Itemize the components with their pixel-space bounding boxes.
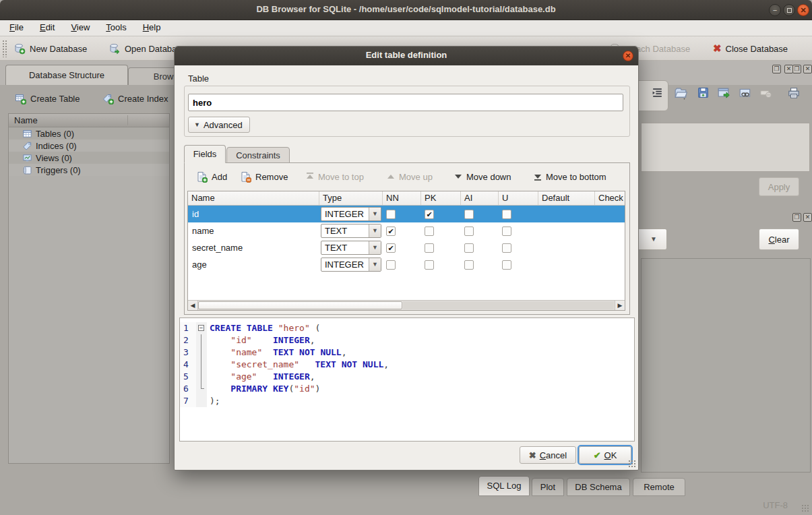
log-close-icon[interactable]: ✕ [803, 213, 812, 222]
cell-editor-area[interactable] [641, 123, 810, 172]
menu-view[interactable]: View [64, 20, 96, 34]
nn-checkbox[interactable] [386, 260, 396, 270]
move-to-top-button[interactable]: Move to top [303, 168, 367, 185]
scroll-right-icon[interactable]: ▶ [615, 301, 625, 310]
type-combobox[interactable]: TEXT▼ [321, 224, 381, 238]
check-cell[interactable] [595, 256, 625, 273]
default-cell[interactable] [538, 256, 595, 273]
type-combobox[interactable]: TEXT▼ [321, 241, 381, 255]
tab-sql-log[interactable]: SQL Log [478, 476, 530, 496]
column-header-pk[interactable]: PK [421, 191, 461, 205]
create-table-button[interactable]: Create Table [11, 89, 84, 108]
save-file-icon[interactable] [697, 86, 710, 99]
field-name-cell[interactable]: age [188, 256, 319, 273]
field-name-cell[interactable]: id [188, 206, 319, 222]
column-header-default[interactable]: Default [538, 191, 595, 205]
u-checkbox[interactable] [502, 243, 511, 253]
print-icon[interactable] [787, 86, 801, 100]
column-header-type[interactable]: Type [319, 191, 383, 205]
default-cell[interactable] [538, 222, 595, 239]
field-row-id[interactable]: idINTEGER▼✔ [188, 206, 625, 222]
close-database-button[interactable]: ✖Close Database [709, 40, 792, 57]
new-database-button[interactable]: New Database [9, 40, 91, 57]
tree-header-name[interactable]: Name [9, 114, 169, 127]
tab-plot[interactable]: Plot [532, 478, 564, 496]
check-cell[interactable] [595, 206, 625, 222]
tree-item-tables[interactable]: Tables (0) [9, 127, 169, 140]
tree-item-triggers[interactable]: Triggers (0) [9, 164, 169, 176]
resize-grip[interactable] [801, 504, 810, 513]
minimize-button[interactable]: − [769, 4, 781, 16]
dock-restore-icon[interactable]: ❐ [772, 65, 781, 73]
advanced-button[interactable]: ▼ Advanced [188, 117, 250, 133]
move-down-button[interactable]: Move down [451, 168, 514, 185]
u-checkbox[interactable] [502, 210, 511, 219]
apply-button[interactable]: Apply [759, 177, 799, 196]
column-header-check[interactable]: Check [595, 191, 625, 205]
default-cell[interactable] [538, 206, 595, 222]
fold-marker-icon[interactable]: − [198, 325, 204, 331]
dialog-tab-constraints[interactable]: Constraints [226, 147, 290, 163]
tab-database-structure[interactable]: Database Structure [5, 65, 128, 85]
ai-checkbox[interactable] [464, 226, 474, 236]
column-header-ai[interactable]: AI [461, 191, 499, 205]
move-to-bottom-button[interactable]: Move to bottom [530, 168, 610, 185]
nn-checkbox[interactable] [386, 210, 396, 219]
column-header-nn[interactable]: NN [383, 191, 421, 205]
column-header-u[interactable]: U [499, 191, 538, 205]
execute-icon[interactable] [717, 86, 730, 100]
check-cell[interactable] [595, 239, 625, 256]
cancel-button[interactable]: ✖ Cancel [520, 446, 576, 464]
dialog-close-button[interactable]: ✕ [623, 51, 633, 61]
ai-checkbox[interactable] [464, 243, 474, 253]
dock-float-icon[interactable]: ❐ [792, 65, 801, 73]
check-cell[interactable] [595, 222, 625, 239]
nn-checkbox[interactable]: ✔ [386, 226, 396, 236]
schema-tree[interactable]: Name Tables (0)Indices (0)Views (0)Trigg… [8, 113, 170, 464]
scroll-left-icon[interactable]: ◀ [188, 301, 198, 310]
field-name-cell[interactable]: name [188, 222, 319, 239]
table-name-input[interactable] [188, 94, 623, 111]
dialog-resize-grip[interactable] [628, 460, 637, 468]
field-row-age[interactable]: ageINTEGER▼ [188, 256, 625, 273]
dialog-tab-fields[interactable]: Fields [184, 145, 226, 163]
u-checkbox[interactable] [502, 226, 511, 236]
menu-file[interactable]: File [3, 20, 30, 34]
type-combobox[interactable]: INTEGER▼ [321, 207, 381, 221]
maximize-button[interactable] [783, 4, 795, 16]
field-row-secret-name[interactable]: secret_nameTEXT▼✔ [188, 239, 625, 256]
pk-checkbox[interactable] [425, 260, 434, 270]
menu-help[interactable]: Help [136, 20, 168, 34]
remove-button[interactable]: Remove [237, 168, 291, 185]
open-file-icon[interactable] [674, 86, 687, 100]
pk-checkbox[interactable] [425, 226, 434, 236]
sql-preview-editor[interactable]: 1−CREATE TABLE "hero" (2 "id" INTEGER,3 … [179, 317, 635, 442]
tab-db-schema[interactable]: DB Schema [567, 478, 630, 496]
dock-close2-icon[interactable]: ✕ [803, 65, 812, 73]
field-row-name[interactable]: nameTEXT▼✔ [188, 222, 625, 239]
add-button[interactable]: Add [193, 168, 230, 185]
move-up-button[interactable]: Move up [383, 168, 436, 185]
column-header-name[interactable]: Name [188, 191, 319, 205]
field-name-cell[interactable]: secret_name [188, 239, 319, 256]
tab-remote[interactable]: Remote [633, 478, 685, 496]
default-cell[interactable] [538, 239, 595, 256]
tree-item-views[interactable]: Views (0) [9, 152, 169, 164]
close-button[interactable]: ✕ [797, 4, 809, 16]
link-icon[interactable] [739, 86, 752, 100]
stop-icon[interactable] [759, 86, 772, 100]
toolbar-grip[interactable] [2, 40, 7, 57]
pk-checkbox[interactable] [425, 243, 434, 253]
ai-checkbox[interactable] [464, 260, 474, 270]
log-float-icon[interactable]: ❐ [792, 213, 801, 222]
type-combobox[interactable]: INTEGER▼ [321, 258, 381, 272]
fields-grid-hscrollbar[interactable]: ◀ ▶ [188, 300, 625, 310]
nn-checkbox[interactable]: ✔ [386, 243, 396, 253]
ok-button[interactable]: ✔ OK [579, 446, 631, 464]
clear-log-button[interactable]: Clear [759, 229, 799, 250]
menu-edit[interactable]: Edit [33, 20, 61, 34]
format-icon[interactable] [651, 86, 664, 99]
u-checkbox[interactable] [502, 260, 511, 270]
create-index-button[interactable]: Create Index [98, 89, 172, 108]
menu-tools[interactable]: Tools [99, 20, 133, 34]
